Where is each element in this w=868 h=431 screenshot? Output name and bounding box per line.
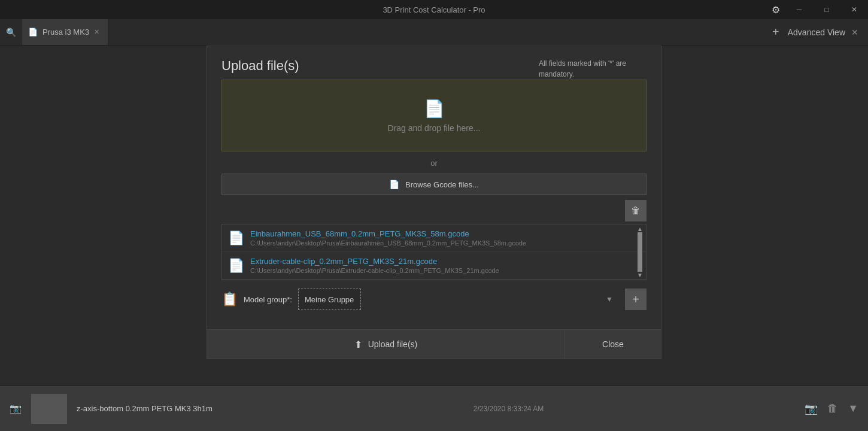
bottom-bar: 📷 z-axis-bottom 0.2mm PETG MK3 3h1m 2/23… xyxy=(0,386,868,431)
minimize-button[interactable]: ─ xyxy=(785,0,813,19)
model-group-label: Model group*: xyxy=(244,295,292,304)
maximize-button[interactable]: □ xyxy=(813,0,840,19)
model-group-row: 📋 Model group*: Meine Gruppe Group 2 Gro… xyxy=(221,289,647,310)
main-area: 📷 z-axis-bottom 0.2mm PETG MK3 3h1m 2/23… xyxy=(0,45,868,431)
advanced-view-close-icon[interactable]: ✕ xyxy=(851,28,858,37)
file-icon-2: 📄 xyxy=(228,258,244,274)
model-group-select-wrapper: Meine Gruppe Group 2 Group 3 ▼ xyxy=(298,289,619,310)
upload-icon: ⬆ xyxy=(354,339,362,350)
close-window-button[interactable]: ✕ xyxy=(840,0,868,19)
add-tab-button[interactable]: + xyxy=(770,25,782,39)
model-group-select[interactable]: Meine Gruppe Group 2 Group 3 xyxy=(298,289,361,310)
file-list-container: 📄 Einbaurahmen_USB_68mm_0.2mm_PETG_MK3S_… xyxy=(221,224,647,280)
file-item[interactable]: 📄 Einbaurahmen_USB_68mm_0.2mm_PETG_MK3S_… xyxy=(222,224,646,252)
delete-files-button[interactable]: 🗑 xyxy=(625,200,647,221)
tab-bar: 🔍 📄 Prusa i3 MK3 ✕ + Advanced View ✕ xyxy=(0,19,868,45)
bottom-chevron-icon: ▼ xyxy=(848,402,858,415)
advanced-view-label: Advanced View xyxy=(788,28,845,37)
title-bar: 3D Print Cost Calculator - Pro ⚙ ─ □ ✕ xyxy=(0,0,868,19)
bottom-thumbnail-icon xyxy=(31,394,67,424)
file-list: 📄 Einbaurahmen_USB_68mm_0.2mm_PETG_MK3S_… xyxy=(222,224,646,280)
modal-header: Upload file(s) All fields marked with '*… xyxy=(207,46,661,80)
bottom-delete-icon: 🗑 xyxy=(827,402,838,415)
file-name-2: Extruder-cable-clip_0.2mm_PETG_MK3S_21m.… xyxy=(250,257,499,266)
tab-close-icon[interactable]: ✕ xyxy=(94,28,99,36)
add-group-button[interactable]: + xyxy=(625,289,647,310)
drop-zone[interactable]: 📄 Drag and drop file here... xyxy=(221,80,647,151)
upload-button-label: Upload file(s) xyxy=(368,339,417,349)
tab-label: Prusa i3 MK3 xyxy=(43,28,89,37)
search-icon: 🔍 xyxy=(6,28,16,37)
file-icon-1: 📄 xyxy=(228,230,244,246)
upload-modal: Upload file(s) All fields marked with '*… xyxy=(207,45,661,359)
search-area: 🔍 xyxy=(0,19,22,45)
model-group-icon: 📋 xyxy=(221,292,238,307)
bottom-file-name: z-axis-bottom 0.2mm PETG MK3 3h1m xyxy=(77,404,213,413)
app-title: 3D Print Cost Calculator - Pro xyxy=(383,5,485,14)
tab-prusa[interactable]: 📄 Prusa i3 MK3 ✕ xyxy=(22,19,108,45)
file-info-2: Extruder-cable-clip_0.2mm_PETG_MK3S_21m.… xyxy=(250,257,499,274)
window-controls: ⚙ ─ □ ✕ xyxy=(785,0,868,19)
upload-button[interactable]: ⬆ Upload file(s) xyxy=(207,330,565,359)
browse-button[interactable]: 📄 Browse Gcode files... xyxy=(221,174,647,195)
file-info-1: Einbaurahmen_USB_68mm_0.2mm_PETG_MK3S_58… xyxy=(250,229,526,247)
app-logo-icon: ⚙ xyxy=(766,0,785,19)
drop-zone-text: Drag and drop file here... xyxy=(388,123,481,133)
browse-button-label: Browse Gcode files... xyxy=(405,180,479,189)
file-path-1: C:\Users\andyr\Desktop\Prusa\Einbaurahme… xyxy=(250,239,526,247)
bottom-icon2: 📷 xyxy=(805,402,818,415)
modal-footer: ⬆ Upload file(s) Close xyxy=(207,329,661,359)
modal-body: 📄 Drag and drop file here... or 📄 Browse… xyxy=(207,80,661,329)
file-path-2: C:\Users\andyr\Desktop\Prusa\Extruder-ca… xyxy=(250,267,499,274)
delete-row: 🗑 xyxy=(221,200,647,221)
tab-file-icon: 📄 xyxy=(28,28,38,37)
select-chevron-icon: ▼ xyxy=(606,295,613,303)
drop-zone-file-icon: 📄 xyxy=(424,99,445,119)
advanced-view-area: + Advanced View ✕ xyxy=(760,19,868,45)
file-item[interactable]: 📄 Extruder-cable-clip_0.2mm_PETG_MK3S_21… xyxy=(222,252,646,280)
or-divider: or xyxy=(221,159,647,168)
bottom-timestamp: 2/23/2020 8:33:24 AM xyxy=(222,405,795,413)
browse-file-icon: 📄 xyxy=(389,180,399,189)
file-name-1: Einbaurahmen_USB_68mm_0.2mm_PETG_MK3S_58… xyxy=(250,229,526,238)
bottom-file-icon: 📷 xyxy=(10,403,22,414)
close-button[interactable]: Close xyxy=(565,330,661,359)
mandatory-note: All fields marked with '*' are mandatory… xyxy=(539,58,647,80)
